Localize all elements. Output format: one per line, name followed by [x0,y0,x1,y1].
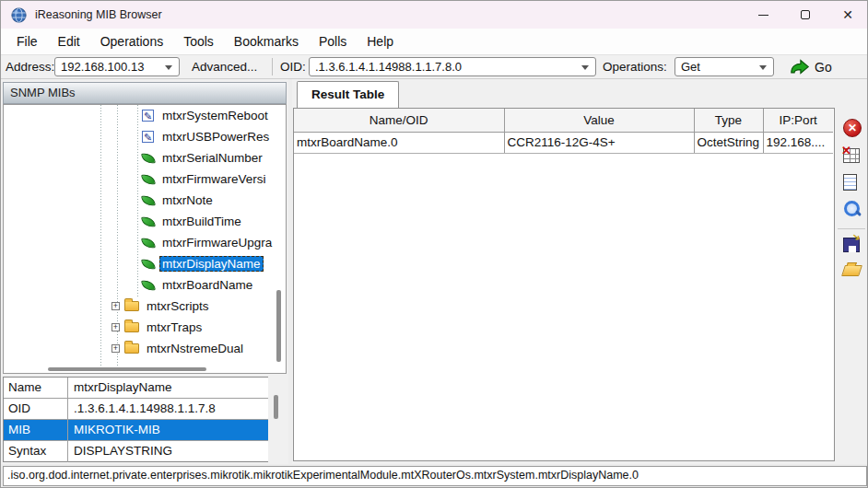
status-oid-path: .iso.org.dod.internet.private.enterprise… [3,466,867,486]
minimize-button[interactable] [742,1,784,29]
result-table: Name/OIDValueTypeIP:Port mtxrBoardName.0… [294,109,833,154]
tree-node-mtxrBoardName[interactable]: mtxrBoardName [4,274,286,296]
properties-vscrollbar[interactable] [274,395,278,419]
result-col-type[interactable]: Type [694,109,763,132]
save-icon[interactable] [843,238,860,252]
side-toolbar: ✕ [836,79,868,464]
menu-help[interactable]: Help [358,31,402,52]
expand-icon[interactable]: + [111,323,120,331]
pen-icon: ✎ [142,110,154,122]
menu-bookmarks[interactable]: Bookmarks [226,31,307,52]
maximize-icon [801,10,810,19]
tree-node-mtxrBuildTime[interactable]: mtxrBuildTime [4,211,286,232]
menu-operations[interactable]: Operations [92,31,171,52]
tree-node-label: mtxrNstremeDual [144,341,246,356]
leaf-icon [141,152,156,165]
document-icon[interactable] [843,174,857,191]
tree-node-mtxrNote[interactable]: mtxrNote [4,190,286,211]
close-icon: ✕ [842,8,853,21]
toolbar-separator [272,58,273,76]
go-arrow-icon [790,59,810,75]
tree-node-label: mtxrScripts [144,298,212,314]
status-bar: .iso.org.dod.internet.private.enterprise… [1,464,868,488]
app-globe-icon [11,7,27,23]
property-name: Syntax [4,441,68,462]
close-button[interactable]: ✕ [827,1,868,29]
operations-value: Get [681,60,700,74]
mib-panel-header: SNMP MIBs [3,82,287,104]
menu-edit[interactable]: Edit [50,31,88,52]
tree-node-mtxrDisplayName[interactable]: mtxrDisplayName [4,253,286,274]
leaf-icon [141,173,156,186]
result-col-name-oid[interactable]: Name/OID [294,109,504,132]
operations-combobox[interactable]: Get [674,57,774,76]
tree-node-mtxrUSBPowerRes[interactable]: ✎mtxrUSBPowerRes [4,126,286,147]
address-value: 192.168.100.13 [61,60,144,74]
oid-value: .1.3.6.1.4.1.14988.1.1.7.8.0 [315,60,462,74]
result-cell: mtxrBoardName.0 [294,132,504,153]
property-value: MIKROTIK-MIB [68,420,284,440]
stop-icon[interactable]: ✕ [843,119,862,137]
window-title: iReasoning MIB Browser [35,8,162,21]
expand-icon[interactable]: + [111,302,120,310]
menu-file[interactable]: File [8,31,46,52]
mib-tree: ✎mtxrSystemReboot✎mtxrUSBPowerResmtxrSer… [3,104,287,374]
property-row-name[interactable]: NamemtxrDisplayName [4,378,284,399]
leaf-icon [141,258,156,271]
result-row[interactable]: mtxrBoardName.0CCR2116-12G-4S+OctetStrin… [294,132,833,153]
tree-node-mtxrScripts[interactable]: +mtxrScripts [4,296,286,317]
property-row-oid[interactable]: OID.1.3.6.1.4.1.14988.1.1.7.8 [4,399,284,420]
folder-icon [124,343,139,354]
magnifier-icon[interactable] [843,200,862,218]
tree-vscrollbar[interactable] [276,290,281,362]
property-row-mib[interactable]: MIBMIKROTIK-MIB [4,420,284,441]
menu-tools[interactable]: Tools [175,31,222,52]
advanced-button[interactable]: Advanced... [192,55,257,78]
go-button[interactable]: Go [790,56,832,77]
address-combobox[interactable]: 192.168.100.13 [54,57,180,76]
property-name: MIB [4,420,68,440]
open-folder-icon[interactable] [841,265,862,276]
tab-result-table[interactable]: Result Table [297,81,399,108]
tree-node-mtxrFirmwareVersi[interactable]: mtxrFirmwareVersi [4,168,286,190]
result-col-value[interactable]: Value [504,109,694,132]
operations-label: Operations: [603,55,667,78]
clear-table-icon[interactable] [843,148,860,163]
tree-node-mtxrNstremeDual[interactable]: +mtxrNstremeDual [4,338,286,359]
tree-node-mtxrFirmwareUpgra[interactable]: mtxrFirmwareUpgra [4,232,286,253]
result-cell: 192.168.... [763,132,833,153]
property-name: Name [4,378,68,398]
tree-hscrollbar[interactable] [48,367,206,371]
tree-node-label: mtxrFirmwareUpgra [159,235,275,250]
tree-node-mtxrSystemReboot[interactable]: ✎mtxrSystemReboot [4,105,286,126]
tree-node-label: mtxrSerialNumber [159,150,265,166]
folder-icon [124,301,139,311]
tree-node-label: mtxrBoardName [159,277,255,293]
address-toolbar: Address: 192.168.100.13 Advanced... OID:… [1,54,868,79]
tree-node-label: mtxrTraps [144,320,205,335]
tree-node-label: mtxrFirmwareVersi [159,171,269,187]
leaf-icon [141,279,156,292]
property-row-syntax[interactable]: SyntaxDISPLAYSTRING [4,441,284,462]
expand-icon[interactable]: + [111,344,120,353]
menu-polls[interactable]: Polls [311,31,355,52]
property-name: OID [4,399,68,419]
tree-node-label: mtxrDisplayName [159,256,264,272]
tree-node-mtxrTraps[interactable]: +mtxrTraps [4,317,286,338]
tree-node-mtxrSerialNumber[interactable]: mtxrSerialNumber [4,147,286,168]
maximize-button[interactable] [784,1,827,29]
leaf-icon [141,215,156,228]
property-value: mtxrDisplayName [68,378,284,398]
side-toolbar-separator [838,228,865,229]
tree-node-label: mtxrSystemReboot [159,108,271,123]
go-label: Go [815,60,832,75]
result-col-ip-port[interactable]: IP:Port [763,109,833,132]
leaf-icon [141,237,156,250]
pen-icon: ✎ [142,131,154,143]
oid-label: OID: [280,55,306,78]
minimize-icon [758,15,768,16]
chevron-down-icon [759,65,767,70]
oid-combobox[interactable]: .1.3.6.1.4.1.14988.1.1.7.8.0 [309,57,596,76]
property-value: DISPLAYSTRING [68,441,284,462]
tree-node-label: mtxrUSBPowerRes [159,129,272,145]
